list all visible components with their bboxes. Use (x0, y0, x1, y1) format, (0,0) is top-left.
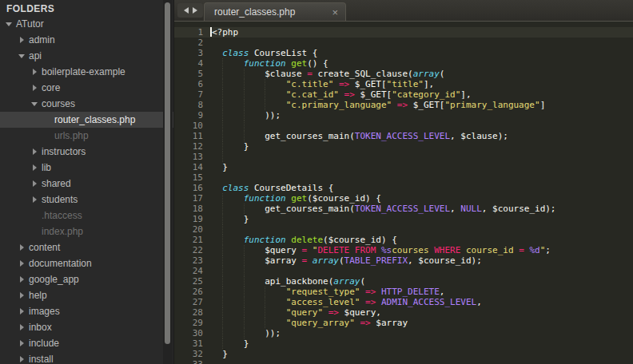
triangle-down-icon[interactable] (31, 96, 42, 112)
tree-folder-lib[interactable]: lib (0, 160, 173, 176)
code-line-30[interactable]: 30 )); (174, 328, 633, 338)
tree-folder-images[interactable]: images (0, 303, 173, 319)
code-line-23[interactable]: 23 $array = array(TABLE_PREFIX, $course_… (174, 255, 633, 266)
line-number: 1 (174, 27, 203, 38)
code-line-8[interactable]: 8 "c.primary_language" => $_GET["primary… (174, 100, 633, 110)
triangle-right-icon[interactable] (18, 287, 29, 303)
code-line-31[interactable]: 31 } (174, 338, 633, 349)
nav-forward-icon[interactable] (193, 7, 197, 14)
code-line-19[interactable]: 19 } (174, 214, 633, 224)
code-line-12[interactable]: 12 } (174, 141, 633, 152)
tab-router-classes[interactable]: router_classes.php × (204, 2, 346, 21)
tree-folder-ATutor[interactable]: ATutor (0, 16, 173, 32)
indent-guide (244, 328, 245, 338)
tree-folder-help[interactable]: help (0, 287, 173, 303)
triangle-right-icon[interactable] (18, 319, 29, 335)
triangle-right-icon[interactable] (31, 80, 42, 96)
code-line-1[interactable]: 1<?php (174, 27, 633, 38)
tree-item-label: students (42, 192, 78, 208)
tree-folder-instructors[interactable]: instructors (0, 144, 173, 160)
indent-guide (244, 100, 245, 110)
code-line-15[interactable]: 15 (174, 172, 633, 183)
tree-file-index.php[interactable]: index.php (0, 224, 173, 239)
code-area[interactable]: 1<?php23 class CourseList {4 function ge… (174, 22, 633, 364)
nav-back-icon[interactable] (184, 7, 189, 14)
triangle-down-icon[interactable] (18, 48, 29, 64)
triangle-right-icon[interactable] (31, 176, 42, 192)
indent-guide (244, 297, 245, 307)
tree-folder-core[interactable]: core (0, 80, 173, 96)
triangle-right-icon[interactable] (18, 239, 29, 255)
code-line-2[interactable]: 2 (174, 38, 633, 48)
indent-guide (244, 255, 245, 266)
tree-item-label: admin (29, 32, 55, 48)
triangle-down-icon[interactable] (6, 16, 16, 32)
tree-folder-admin[interactable]: admin (0, 32, 173, 48)
tree-folder-boilerplate-example[interactable]: boilerplate-example (0, 64, 173, 80)
triangle-right-icon[interactable] (18, 303, 29, 319)
indent-guide (222, 307, 223, 318)
code-line-3[interactable]: 3 class CourseList { (174, 48, 633, 58)
code-line-32[interactable]: 32 } (174, 349, 633, 359)
tree-folder-content[interactable]: content (0, 239, 173, 255)
tree-item-label: content (29, 239, 60, 255)
code-line-16[interactable]: 16 class CourseDetails { (174, 183, 633, 193)
tree-folder-students[interactable]: students (0, 192, 173, 208)
triangle-right-icon[interactable] (31, 64, 42, 80)
tree-folder-google_app[interactable]: google_app (0, 271, 173, 287)
tree-folder-documentation[interactable]: documentation (0, 255, 173, 271)
tree-folder-courses[interactable]: courses (0, 96, 173, 112)
line-number: 21 (174, 235, 203, 245)
line-number: 22 (174, 245, 203, 255)
code-line-22[interactable]: 22 $query = "DELETE FROM %scourses WHERE… (174, 245, 633, 255)
code-line-13[interactable]: 13 (174, 152, 633, 162)
tree-file-router_classes.php[interactable]: router_classes.php (0, 112, 173, 128)
tree-file-.htaccess[interactable]: .htaccess (0, 208, 173, 224)
code-line-6[interactable]: 6 "c.title" => $_GET["title"], (174, 79, 633, 89)
code-line-10[interactable]: 10 (174, 121, 633, 131)
tree-folder-inbox[interactable]: inbox (0, 319, 173, 335)
triangle-right-icon[interactable] (31, 160, 42, 176)
code-line-21[interactable]: 21 function delete($course_id) { (174, 235, 633, 245)
tree-item-label: shared (42, 176, 71, 192)
code-line-26[interactable]: 26 "request_type" => HTTP_DELETE, (174, 287, 633, 297)
code-line-27[interactable]: 27 "access_level" => ADMIN_ACCESS_LEVEL, (174, 297, 633, 307)
sidebar-scrollbar-track[interactable] (163, 0, 173, 364)
tree-folder-install[interactable]: install (0, 351, 173, 364)
triangle-right-icon[interactable] (31, 144, 42, 160)
code-text: "request_type" => HTTP_DELETE, (212, 287, 633, 297)
code-line-17[interactable]: 17 function get($course_id) { (174, 193, 633, 204)
line-number: 17 (174, 193, 203, 204)
code-line-33[interactable]: 33 (174, 359, 633, 364)
sidebar-scrollbar-thumb[interactable] (165, 2, 170, 344)
tree-file-urls.php[interactable]: urls.php (0, 128, 173, 144)
tree-folder-include[interactable]: include (0, 335, 173, 351)
triangle-right-icon[interactable] (18, 335, 29, 351)
code-line-28[interactable]: 28 "query" => $query, (174, 307, 633, 318)
code-text: function get($course_id) { (212, 193, 633, 204)
triangle-right-icon[interactable] (18, 255, 29, 271)
line-number: 16 (174, 183, 203, 193)
code-line-9[interactable]: 9 )); (174, 110, 633, 121)
triangle-right-icon[interactable] (18, 271, 29, 287)
close-icon[interactable]: × (332, 7, 338, 18)
code-text: )); (212, 110, 633, 121)
code-line-18[interactable]: 18 get_courses_main(TOKEN_ACCESS_LEVEL, … (174, 204, 633, 214)
code-line-11[interactable]: 11 get_courses_main(TOKEN_ACCESS_LEVEL, … (174, 131, 633, 141)
code-line-4[interactable]: 4 function get() { (174, 58, 633, 69)
code-line-20[interactable]: 20 (174, 224, 633, 235)
code-line-29[interactable]: 29 "query_array" => $array (174, 318, 633, 328)
tree-folder-api[interactable]: api (0, 48, 173, 64)
code-line-25[interactable]: 25 api_backbone(array( (174, 276, 633, 287)
triangle-right-icon[interactable] (18, 32, 29, 48)
indent-guide (222, 245, 223, 255)
code-line-7[interactable]: 7 "c.cat_id" => $_GET["category_id"], (174, 89, 633, 100)
triangle-right-icon[interactable] (31, 192, 42, 208)
code-line-14[interactable]: 14 } (174, 162, 633, 172)
line-number: 13 (174, 152, 203, 162)
code-line-24[interactable]: 24 (174, 266, 633, 276)
triangle-right-icon[interactable] (18, 351, 29, 364)
code-line-5[interactable]: 5 $clause = create_SQL_clause(array( (174, 69, 633, 79)
line-number: 28 (174, 307, 203, 318)
tree-folder-shared[interactable]: shared (0, 176, 173, 192)
